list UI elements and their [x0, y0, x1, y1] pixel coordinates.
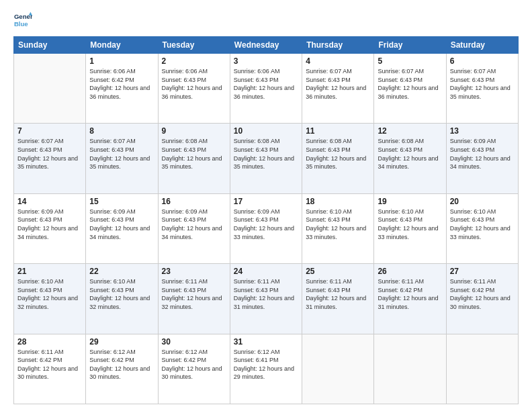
calendar-week-row: 7 Sunrise: 6:07 AMSunset: 6:43 PMDayligh…: [14, 124, 519, 193]
calendar-cell: 11 Sunrise: 6:08 AMSunset: 6:43 PMDaylig…: [302, 124, 374, 193]
calendar-cell: 23 Sunrise: 6:11 AMSunset: 6:43 PMDaylig…: [158, 264, 230, 334]
day-info: Sunrise: 6:11 AMSunset: 6:42 PMDaylight:…: [450, 278, 511, 310]
day-info: Sunrise: 6:11 AMSunset: 6:42 PMDaylight:…: [378, 278, 438, 310]
calendar-cell: 9 Sunrise: 6:08 AMSunset: 6:43 PMDayligh…: [158, 124, 230, 193]
calendar-cell: 10 Sunrise: 6:08 AMSunset: 6:43 PMDaylig…: [230, 124, 302, 193]
day-number: 16: [162, 197, 226, 206]
day-info: Sunrise: 6:10 AMSunset: 6:43 PMDaylight:…: [450, 208, 511, 240]
day-info: Sunrise: 6:07 AMSunset: 6:43 PMDaylight:…: [17, 138, 78, 170]
weekday-wednesday: Wednesday: [230, 37, 302, 54]
day-info: Sunrise: 6:11 AMSunset: 6:43 PMDaylight:…: [306, 278, 366, 310]
calendar-cell: [302, 334, 374, 404]
day-info: Sunrise: 6:07 AMSunset: 6:43 PMDaylight:…: [450, 68, 511, 100]
calendar-cell: 3 Sunrise: 6:06 AMSunset: 6:43 PMDayligh…: [230, 54, 302, 124]
calendar-cell: 19 Sunrise: 6:10 AMSunset: 6:43 PMDaylig…: [374, 193, 446, 263]
calendar-cell: 14 Sunrise: 6:09 AMSunset: 6:43 PMDaylig…: [14, 193, 86, 263]
day-info: Sunrise: 6:08 AMSunset: 6:43 PMDaylight:…: [306, 138, 366, 170]
calendar-cell: 27 Sunrise: 6:11 AMSunset: 6:42 PMDaylig…: [446, 264, 518, 334]
day-number: 13: [450, 126, 515, 136]
day-number: 20: [450, 197, 515, 206]
day-number: 25: [306, 267, 370, 276]
day-number: 7: [17, 126, 82, 136]
calendar-cell: 24 Sunrise: 6:11 AMSunset: 6:43 PMDaylig…: [230, 264, 302, 334]
day-number: 27: [450, 267, 515, 276]
calendar-week-row: 14 Sunrise: 6:09 AMSunset: 6:43 PMDaylig…: [14, 193, 519, 263]
calendar-cell: 29 Sunrise: 6:12 AMSunset: 6:42 PMDaylig…: [86, 334, 158, 404]
calendar-cell: 2 Sunrise: 6:06 AMSunset: 6:43 PMDayligh…: [158, 54, 230, 124]
day-number: 22: [89, 267, 154, 276]
calendar-cell: 8 Sunrise: 6:07 AMSunset: 6:43 PMDayligh…: [86, 124, 158, 193]
day-info: Sunrise: 6:06 AMSunset: 6:43 PMDaylight:…: [234, 68, 294, 100]
calendar-cell: 12 Sunrise: 6:08 AMSunset: 6:43 PMDaylig…: [374, 124, 446, 193]
calendar-cell: 4 Sunrise: 6:07 AMSunset: 6:43 PMDayligh…: [302, 54, 374, 124]
calendar-cell: 7 Sunrise: 6:07 AMSunset: 6:43 PMDayligh…: [14, 124, 86, 193]
calendar-cell: 15 Sunrise: 6:09 AMSunset: 6:43 PMDaylig…: [86, 193, 158, 263]
calendar-week-row: 1 Sunrise: 6:06 AMSunset: 6:42 PMDayligh…: [14, 54, 519, 124]
day-number: 21: [17, 267, 82, 276]
day-number: 19: [378, 197, 442, 206]
day-number: 14: [17, 197, 82, 206]
calendar-cell: 5 Sunrise: 6:07 AMSunset: 6:43 PMDayligh…: [374, 54, 446, 124]
day-number: 1: [89, 56, 154, 66]
day-number: 8: [89, 126, 154, 136]
day-number: 11: [306, 126, 370, 136]
day-info: Sunrise: 6:12 AMSunset: 6:42 PMDaylight:…: [162, 349, 222, 381]
day-info: Sunrise: 6:10 AMSunset: 6:43 PMDaylight:…: [17, 278, 78, 310]
calendar-cell: 6 Sunrise: 6:07 AMSunset: 6:43 PMDayligh…: [446, 54, 518, 124]
day-number: 2: [162, 56, 226, 66]
day-info: Sunrise: 6:11 AMSunset: 6:43 PMDaylight:…: [234, 278, 294, 310]
day-number: 6: [450, 56, 515, 66]
calendar-cell: 30 Sunrise: 6:12 AMSunset: 6:42 PMDaylig…: [158, 334, 230, 404]
day-number: 26: [378, 267, 442, 276]
day-info: Sunrise: 6:11 AMSunset: 6:42 PMDaylight:…: [17, 349, 78, 381]
calendar-cell: 22 Sunrise: 6:10 AMSunset: 6:43 PMDaylig…: [86, 264, 158, 334]
day-number: 5: [378, 56, 442, 66]
calendar-cell: 26 Sunrise: 6:11 AMSunset: 6:42 PMDaylig…: [374, 264, 446, 334]
day-info: Sunrise: 6:07 AMSunset: 6:43 PMDaylight:…: [89, 138, 150, 170]
day-number: 15: [89, 197, 154, 206]
calendar-cell: 16 Sunrise: 6:09 AMSunset: 6:43 PMDaylig…: [158, 193, 230, 263]
calendar-cell: [14, 54, 86, 124]
day-info: Sunrise: 6:06 AMSunset: 6:43 PMDaylight:…: [162, 68, 222, 100]
calendar-cell: [374, 334, 446, 404]
calendar-week-row: 21 Sunrise: 6:10 AMSunset: 6:43 PMDaylig…: [14, 264, 519, 334]
day-info: Sunrise: 6:08 AMSunset: 6:43 PMDaylight:…: [234, 138, 294, 170]
day-info: Sunrise: 6:11 AMSunset: 6:43 PMDaylight:…: [162, 278, 222, 310]
calendar-week-row: 28 Sunrise: 6:11 AMSunset: 6:42 PMDaylig…: [14, 334, 519, 404]
day-info: Sunrise: 6:08 AMSunset: 6:43 PMDaylight:…: [162, 138, 222, 170]
day-number: 9: [162, 126, 226, 136]
calendar-body: 1 Sunrise: 6:06 AMSunset: 6:42 PMDayligh…: [14, 54, 519, 404]
day-number: 31: [234, 337, 298, 347]
calendar-cell: 17 Sunrise: 6:09 AMSunset: 6:43 PMDaylig…: [230, 193, 302, 263]
day-number: 30: [162, 337, 226, 347]
calendar-cell: 20 Sunrise: 6:10 AMSunset: 6:43 PMDaylig…: [446, 193, 518, 263]
day-number: 4: [306, 56, 370, 66]
day-info: Sunrise: 6:09 AMSunset: 6:43 PMDaylight:…: [162, 208, 222, 240]
day-number: 12: [378, 126, 442, 136]
calendar-cell: 25 Sunrise: 6:11 AMSunset: 6:43 PMDaylig…: [302, 264, 374, 334]
day-info: Sunrise: 6:06 AMSunset: 6:42 PMDaylight:…: [89, 68, 150, 100]
header: General Blue: [13, 11, 519, 30]
calendar-table: SundayMondayTuesdayWednesdayThursdayFrid…: [13, 36, 519, 404]
weekday-header-row: SundayMondayTuesdayWednesdayThursdayFrid…: [14, 37, 519, 54]
calendar-cell: 13 Sunrise: 6:09 AMSunset: 6:43 PMDaylig…: [446, 124, 518, 193]
day-info: Sunrise: 6:09 AMSunset: 6:43 PMDaylight:…: [450, 138, 511, 170]
day-info: Sunrise: 6:09 AMSunset: 6:43 PMDaylight:…: [17, 208, 78, 240]
logo: General Blue: [13, 11, 32, 30]
svg-text:Blue: Blue: [14, 20, 28, 28]
weekday-friday: Friday: [374, 37, 446, 54]
calendar-cell: 21 Sunrise: 6:10 AMSunset: 6:43 PMDaylig…: [14, 264, 86, 334]
calendar-cell: 28 Sunrise: 6:11 AMSunset: 6:42 PMDaylig…: [14, 334, 86, 404]
day-number: 18: [306, 197, 370, 206]
day-info: Sunrise: 6:12 AMSunset: 6:41 PMDaylight:…: [234, 349, 294, 381]
day-number: 23: [162, 267, 226, 276]
day-info: Sunrise: 6:08 AMSunset: 6:43 PMDaylight:…: [378, 138, 438, 170]
day-info: Sunrise: 6:10 AMSunset: 6:43 PMDaylight:…: [306, 208, 366, 240]
day-number: 28: [17, 337, 82, 347]
logo-icon: General Blue: [13, 11, 32, 30]
day-number: 29: [89, 337, 154, 347]
calendar-page: General Blue SundayMondayTuesdayWednesda…: [0, 0, 532, 411]
weekday-saturday: Saturday: [446, 37, 518, 54]
day-info: Sunrise: 6:09 AMSunset: 6:43 PMDaylight:…: [234, 208, 294, 240]
day-info: Sunrise: 6:07 AMSunset: 6:43 PMDaylight:…: [378, 68, 438, 100]
